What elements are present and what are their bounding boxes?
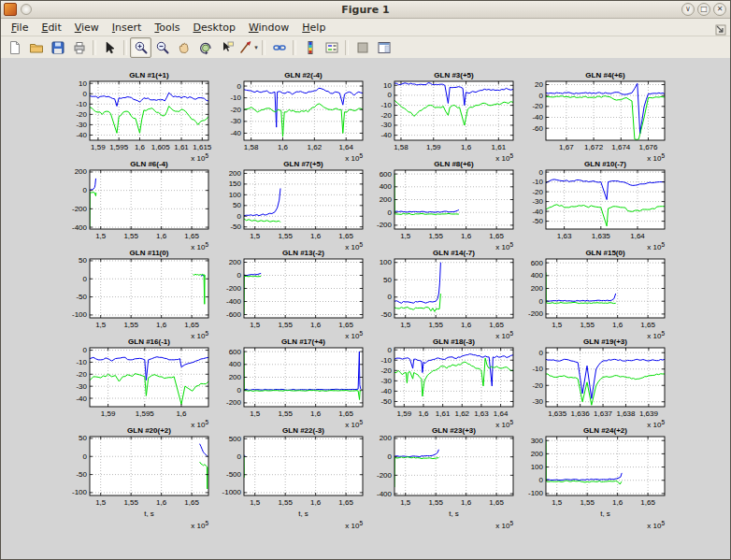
data-cursor-icon[interactable] <box>216 37 237 58</box>
menu-help[interactable]: Help <box>295 20 332 36</box>
y-tick-label: -200 <box>377 221 393 229</box>
y-tick-label: 0 <box>237 452 242 461</box>
y-tick-label: -20 <box>380 366 392 375</box>
rotate-3d-icon[interactable] <box>194 37 216 58</box>
subplot-gln75[interactable]: GLN #7(+5)200150100500-501,51,551,61,65x… <box>213 158 370 247</box>
y-tick-label: 0 <box>83 452 88 461</box>
subplot-gln2-4[interactable]: GLN #2(-4)0-10-20-30-401,581,61,621,64x … <box>213 69 370 158</box>
subplot-gln22-3[interactable]: GLN #22(-3)5000-500-10001,51,551,61,65x … <box>213 424 370 535</box>
colorbar-icon[interactable] <box>299 37 321 58</box>
minimize-button[interactable]: ∨ <box>681 3 695 16</box>
x-tick-label: 1,64 <box>494 409 509 418</box>
dock-figure-icon[interactable] <box>373 37 394 58</box>
subplot-gln35[interactable]: GLN #3(+5)100-10-20-30-401,581,591,61,61… <box>364 69 521 158</box>
subplot-gln242[interactable]: GLN #24(+2)3002001000-1001,51,551,61,65x… <box>515 424 672 535</box>
dock-figure-arrow-icon[interactable] <box>715 22 726 39</box>
figure-canvas[interactable]: GLN #1(+1)100-10-20-30-401,591,5951,61,6… <box>1 58 730 559</box>
subplot-gln202[interactable]: GLN #20(+2)500-50-1001,51,551,61,65x 105… <box>59 424 216 535</box>
y-tick-label: 100 <box>229 191 242 199</box>
y-tick-label: -50 <box>532 217 543 225</box>
x-tick-label: 1,63 <box>474 409 489 418</box>
x-tick-label: 1,6 <box>461 498 472 507</box>
y-tick-label: -50 <box>380 310 392 319</box>
y-tick-label: 10 <box>79 79 87 88</box>
save-icon[interactable] <box>47 37 68 58</box>
x-tick-label: 1,5 <box>552 321 563 329</box>
x-tick-label: 1,65 <box>640 498 655 507</box>
dropdown-arrow-icon[interactable]: ▾ <box>254 44 258 51</box>
title-bar[interactable]: Figure 1 ∨□✕ <box>1 1 730 19</box>
subplot-gln86[interactable]: GLN #8(+6)6004002000-2001,51,551,61,65x … <box>364 158 521 247</box>
x-tick-label: 1,59 <box>101 409 116 418</box>
y-tick-label: 200 <box>229 373 242 381</box>
subplot-gln10-7[interactable]: GLN #10(-7)0-10-20-30-40-501,631,6351,64… <box>515 158 672 247</box>
new-file-icon[interactable] <box>4 37 25 58</box>
x-tick-label: 1,6 <box>176 409 187 418</box>
edit-arrow-icon[interactable] <box>99 37 121 58</box>
subplot-title: GLN #24(+2) <box>583 426 627 435</box>
subplot-title: GLN #3(+5) <box>434 71 474 79</box>
window-title: Figure 1 <box>1 4 730 16</box>
menu-edit[interactable]: Edit <box>35 20 67 36</box>
x-tick-label: 1,674 <box>611 143 631 151</box>
menu-window[interactable]: Window <box>242 20 295 36</box>
menu-file[interactable]: File <box>5 20 35 36</box>
y-tick-label: 500 <box>229 435 242 443</box>
subplot-title: GLN #14(-7) <box>433 249 475 257</box>
subplot-gln150[interactable]: GLN #15(0)6004002000-2001,51,551,61,65x … <box>515 247 672 336</box>
y-tick-label: -20 <box>532 188 543 196</box>
y-tick-label: 400 <box>380 182 393 191</box>
x-tick-label: 1,6 <box>310 232 322 240</box>
x-tick-label: 1,55 <box>580 498 595 507</box>
maximize-button[interactable]: □ <box>697 3 710 16</box>
link-plot-icon[interactable] <box>268 37 290 58</box>
subplot-gln6-4[interactable]: GLN #6(-4)2000-200-4001,51,551,61,65x 10… <box>59 158 216 247</box>
menu-insert[interactable]: Insert <box>106 20 149 36</box>
zoom-in-icon[interactable] <box>130 37 151 58</box>
zoom-out-icon[interactable] <box>151 37 173 58</box>
x-tick-label: 1,6 <box>612 498 624 507</box>
subplot-gln233[interactable]: GLN #23(+3)2000-200-4001,51,551,61,65x 1… <box>364 424 521 535</box>
toolbar-separator <box>123 40 127 55</box>
subplot-gln193[interactable]: GLN #19(+3)0-10-20-301,6351,6361,6371,63… <box>515 336 672 424</box>
subplot-gln110[interactable]: GLN #11(0)500-50-1001,51,551,61,65x 105 <box>59 247 216 336</box>
close-button[interactable]: ✕ <box>713 3 726 16</box>
y-tick-label: 0 <box>237 82 242 91</box>
brush-icon[interactable]: ▾ <box>237 37 259 58</box>
y-tick-label: -20 <box>76 110 87 119</box>
pan-hand-icon[interactable] <box>173 37 194 58</box>
x-axis-label: t, s <box>449 510 459 518</box>
subplot-gln11[interactable]: GLN #1(+1)100-10-20-30-401,591,5951,61,6… <box>59 69 216 158</box>
y-tick-label: -40 <box>76 131 87 139</box>
subplot-gln16-1[interactable]: GLN #16(-1)0-10-20-30-401,591,5951,6x 10… <box>59 336 216 424</box>
x-tick-label: 1,5 <box>95 498 107 507</box>
subplot-title: GLN #13(-2) <box>282 249 324 257</box>
x-tick-label: 1,65 <box>640 321 655 329</box>
menu-view[interactable]: View <box>68 20 106 36</box>
y-tick-label: -30 <box>230 117 241 125</box>
y-tick-label: -20 <box>76 370 87 379</box>
y-tick-label: -50 <box>380 397 392 406</box>
x-tick-label: 1,5 <box>250 321 261 329</box>
x-tick-label: 1,5 <box>250 409 261 418</box>
legend-icon[interactable] <box>321 37 342 58</box>
y-tick-label: 0 <box>388 208 393 217</box>
subplot-gln14-7[interactable]: GLN #14(-7)100500-501,51,551,61,65x 105 <box>364 247 521 336</box>
menu-desktop[interactable]: Desktop <box>187 20 242 36</box>
subplot-gln174[interactable]: GLN #17(+4)6004002000-2001,51,551,61,65x… <box>213 336 370 424</box>
hide-plot-tools-icon[interactable] <box>351 37 373 58</box>
subplot-gln13-2[interactable]: GLN #13(-2)2000-200-400-6001,51,551,61,6… <box>213 247 370 336</box>
print-icon[interactable] <box>68 37 90 58</box>
subplot-gln18-3[interactable]: GLN #18(-3)0-10-20-30-40-501,591,61,611,… <box>364 336 521 424</box>
y-tick-label: 0 <box>539 349 544 357</box>
subplot-title: GLN #2(-4) <box>284 71 322 79</box>
x-tick-label: 1,6 <box>278 143 289 151</box>
subplot-gln46[interactable]: GLN #4(+6)200-20-40-601,671,6721,6741,67… <box>515 69 672 158</box>
y-tick-label: 0 <box>83 275 88 283</box>
y-tick-label: 150 <box>229 179 242 188</box>
open-folder-icon[interactable] <box>25 37 47 58</box>
y-tick-label: -20 <box>380 111 392 120</box>
x-tick-label: 1,595 <box>109 143 129 151</box>
menu-tools[interactable]: Tools <box>148 20 186 36</box>
y-tick-label: 200 <box>531 450 544 458</box>
